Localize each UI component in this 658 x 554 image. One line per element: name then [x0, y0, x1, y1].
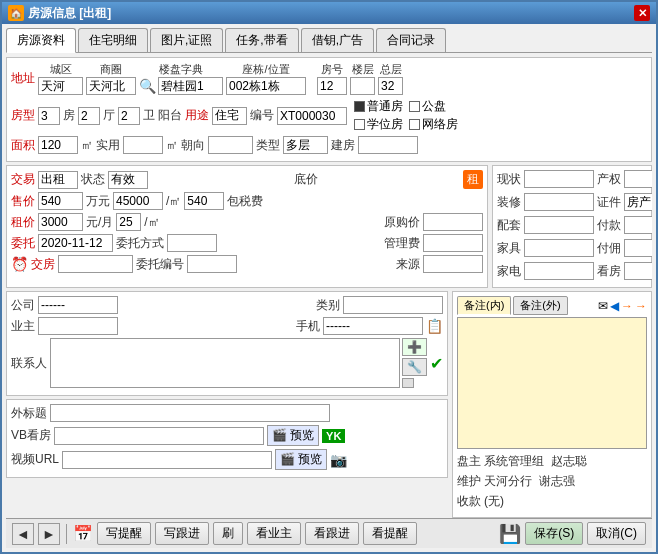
video-input[interactable]: [62, 451, 272, 469]
purpose-input[interactable]: [212, 107, 247, 125]
circle-input[interactable]: [86, 77, 136, 95]
rent-input[interactable]: [38, 213, 83, 231]
direction-input[interactable]: [208, 136, 253, 154]
write-progress-button[interactable]: 写跟进: [155, 522, 209, 545]
room-count-input[interactable]: [38, 107, 60, 125]
position-header: 座栋/位置: [242, 62, 289, 77]
category-input[interactable]: [343, 296, 443, 314]
entrust-input[interactable]: [38, 234, 113, 252]
type-normal-checkbox[interactable]: [354, 101, 365, 112]
arrow-right-icon2[interactable]: →: [635, 299, 647, 313]
tab-photos[interactable]: 图片,证照: [150, 28, 223, 52]
sell-base-input[interactable]: [184, 192, 224, 210]
source-input[interactable]: [423, 255, 483, 273]
hall-count-input[interactable]: [78, 107, 100, 125]
schedule-icon[interactable]: 📅: [73, 524, 93, 543]
contact-textarea[interactable]: [50, 338, 400, 388]
next-button[interactable]: ►: [38, 523, 60, 545]
type-network-checkbox[interactable]: [409, 119, 420, 130]
tab-contracts[interactable]: 合同记录: [376, 28, 446, 52]
notes-tab-inner[interactable]: 备注(内): [457, 296, 511, 315]
room-no-input[interactable]: [317, 77, 347, 95]
company-input[interactable]: [38, 296, 118, 314]
cert-input[interactable]: [624, 193, 652, 211]
building-input[interactable]: [158, 77, 223, 95]
owner-input[interactable]: [38, 317, 118, 335]
city-input[interactable]: [38, 77, 83, 95]
contact-buttons: ➕ 🔧: [402, 338, 427, 388]
original-price-input[interactable]: [423, 213, 483, 231]
notes-textarea[interactable]: [457, 317, 647, 449]
tab-house-info[interactable]: 房源资料: [6, 28, 76, 53]
tab-residential[interactable]: 住宅明细: [78, 28, 148, 52]
look-input[interactable]: [624, 262, 652, 280]
outer-section: 外标题 VB看房 🎬 预览 YK: [6, 399, 448, 478]
appliance-input[interactable]: [524, 262, 594, 280]
save-icon[interactable]: 💾: [499, 523, 521, 545]
type-school-label: 学位房: [367, 116, 403, 133]
outer-title-input[interactable]: [50, 404, 330, 422]
sell-input[interactable]: [38, 192, 83, 210]
area-input[interactable]: [38, 136, 78, 154]
verify-icon[interactable]: ✔: [430, 354, 443, 373]
contact-scrollbar[interactable]: [402, 378, 414, 388]
view-remind-button[interactable]: 看提醒: [363, 522, 417, 545]
mail-icon[interactable]: ✉: [598, 299, 608, 313]
type-network-row: 网络房: [409, 116, 458, 133]
transaction-type-input[interactable]: [38, 171, 78, 189]
prev-button[interactable]: ◄: [12, 523, 34, 545]
type-public-checkbox[interactable]: [409, 101, 420, 112]
video-preview-button[interactable]: 🎬 预览: [275, 449, 327, 470]
close-button[interactable]: ✕: [634, 5, 650, 21]
add-contact-button[interactable]: ➕: [402, 338, 427, 356]
tab-tasks[interactable]: 任务,带看: [225, 28, 298, 52]
property-input[interactable]: [624, 170, 652, 188]
management-input[interactable]: [423, 234, 483, 252]
arrow-right-icon1[interactable]: →: [621, 299, 633, 313]
sell-label: 售价: [11, 193, 35, 210]
appliance-label: 家电: [497, 263, 521, 280]
tab-keys[interactable]: 借钥,广告: [301, 28, 374, 52]
mobile-input[interactable]: [323, 317, 423, 335]
furniture-input[interactable]: [524, 239, 594, 257]
cancel-button[interactable]: 取消(C): [587, 522, 646, 545]
tab-bar: 房源资料 住宅明细 图片,证照 任务,带看 借钥,广告 合同记录: [6, 28, 652, 53]
arrow-left-icon[interactable]: ◀: [610, 299, 619, 313]
edit-contact-button[interactable]: 🔧: [402, 358, 427, 376]
refresh-button[interactable]: 刷: [213, 522, 243, 545]
camera-icon[interactable]: 📷: [330, 452, 347, 468]
payment-input[interactable]: [624, 216, 652, 234]
vb-preview-button[interactable]: 🎬 预览: [267, 425, 319, 446]
building-icon[interactable]: 🔍: [139, 78, 156, 94]
building-header: 楼盘字典: [159, 62, 203, 77]
current-input[interactable]: [524, 170, 594, 188]
view-owner-button[interactable]: 看业主: [247, 522, 301, 545]
status-input[interactable]: [108, 171, 148, 189]
actual-input[interactable]: [123, 136, 163, 154]
build-input[interactable]: [358, 136, 418, 154]
floor-input[interactable]: [350, 77, 375, 95]
notes-tab-outer[interactable]: 备注(外): [513, 296, 567, 315]
film-icon2: 🎬: [280, 452, 295, 466]
exchange-input[interactable]: [58, 255, 133, 273]
write-remind-button[interactable]: 写提醒: [97, 522, 151, 545]
vb-input[interactable]: [54, 427, 264, 445]
view-progress-button[interactable]: 看跟进: [305, 522, 359, 545]
balcony-label: 阳台: [158, 107, 182, 124]
equipment-input[interactable]: [524, 216, 594, 234]
position-input[interactable]: [226, 77, 306, 95]
attached-input[interactable]: [624, 239, 652, 257]
sell-per-input[interactable]: [113, 192, 163, 210]
address-book-icon[interactable]: 📋: [426, 318, 443, 334]
entrust-no-input[interactable]: [187, 255, 237, 273]
type-school-checkbox[interactable]: [354, 119, 365, 130]
entrust-method-input[interactable]: [167, 234, 217, 252]
decorate-input[interactable]: [524, 193, 594, 211]
code-input[interactable]: [277, 107, 347, 125]
total-floor-input[interactable]: [378, 77, 403, 95]
bathroom-count-input[interactable]: [118, 107, 140, 125]
area-type-input[interactable]: [283, 136, 328, 154]
yk-button[interactable]: YK: [322, 429, 345, 443]
save-button[interactable]: 保存(S): [525, 522, 583, 545]
rent-per-input[interactable]: [116, 213, 141, 231]
